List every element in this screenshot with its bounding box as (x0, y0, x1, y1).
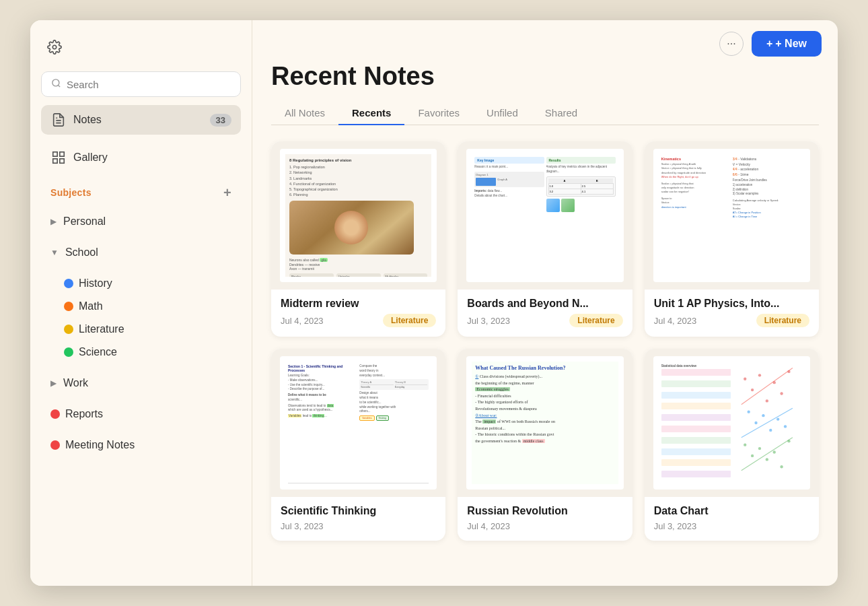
svg-point-26 (773, 450, 776, 453)
note-date-physics: Jul 4, 2023 (654, 316, 697, 326)
more-icon: ··· (727, 38, 735, 50)
history-dot (64, 279, 73, 288)
note-title-boards: Boards and Beyond N... (467, 298, 622, 310)
svg-point-17 (755, 422, 758, 424)
add-subject-button[interactable]: + (223, 186, 231, 199)
svg-rect-5 (53, 152, 57, 156)
svg-point-0 (52, 45, 57, 49)
subjects-label: Subjects (50, 187, 92, 198)
sidebar: Notes 33 Gallery Subjects + ▶ Personal (30, 20, 252, 586)
sidebar-header (41, 34, 241, 63)
personal-label: Personal (63, 215, 106, 228)
search-input[interactable] (67, 79, 231, 90)
note-card-scientific[interactable]: Section 1 - Scientific Thinking and Proc… (271, 349, 445, 541)
search-icon (51, 78, 61, 90)
svg-point-24 (758, 447, 761, 450)
note-thumbnail-scientific: Section 1 - Scientific Thinking and Proc… (271, 349, 445, 497)
svg-point-27 (781, 465, 783, 468)
svg-point-9 (744, 378, 746, 380)
sidebar-item-school[interactable]: ▼ School (41, 241, 241, 264)
topbar: ··· + + New (252, 20, 838, 62)
note-info-midterm: Midterm review Jul 4, 2023 Literature (271, 290, 445, 337)
subjects-header: Subjects + (41, 180, 241, 202)
note-title-chart: Data Chart (654, 505, 809, 517)
gallery-icon (50, 149, 67, 166)
note-card-physics[interactable]: Kinematics Scalar = physical thing A wit… (645, 141, 819, 337)
note-date-boards: Jul 3, 2023 (467, 316, 510, 326)
sidebar-item-personal[interactable]: ▶ Personal (41, 210, 241, 233)
note-thumbnail-russian: What Caused The Russian Revolution? ① Cl… (458, 349, 632, 497)
sidebar-item-science[interactable]: Science (55, 341, 241, 364)
note-tag-physics: Literature (756, 314, 809, 327)
note-card-boards-beyond[interactable]: Key Image Reason: it a main point... Dia… (458, 141, 632, 337)
sidebar-item-work[interactable]: ▶ Work (41, 372, 241, 395)
chevron-right-icon: ▶ (50, 217, 57, 226)
note-title-physics: Unit 1 AP Physics, Into... (654, 298, 809, 310)
note-card-midterm-review[interactable]: 8 Regulating principles of vision 1. Pop… (271, 141, 445, 337)
svg-rect-6 (60, 152, 64, 156)
tab-unfiled[interactable]: Unfiled (473, 102, 532, 125)
svg-point-16 (748, 411, 750, 413)
svg-point-23 (751, 454, 754, 457)
meeting-notes-dot (50, 440, 60, 450)
sidebar-item-gallery[interactable]: Gallery (41, 143, 241, 172)
chevron-down-icon: ▼ (50, 248, 59, 257)
reports-label: Reports (65, 408, 103, 420)
sidebar-item-notes[interactable]: Notes 33 (41, 105, 241, 135)
note-meta-scientific: Jul 3, 2023 (281, 521, 436, 531)
school-label: School (65, 246, 98, 259)
note-meta: Jul 4, 2023 Literature (281, 314, 436, 327)
sidebar-item-meeting-notes[interactable]: Meeting Notes (41, 434, 241, 457)
svg-rect-8 (53, 159, 57, 163)
new-note-button[interactable]: + + New (752, 31, 822, 57)
svg-point-19 (769, 429, 772, 432)
gear-icon[interactable] (44, 36, 65, 58)
note-card-russian-revolution[interactable]: What Caused The Russian Revolution? ① Cl… (458, 349, 632, 541)
science-label: Science (79, 346, 117, 358)
tab-shared[interactable]: Shared (532, 102, 591, 125)
note-date: Jul 4, 2023 (281, 316, 324, 326)
note-card-chart[interactable]: Statistical data overview (645, 349, 819, 541)
sidebar-item-reports[interactable]: Reports (41, 403, 241, 426)
note-date-scientific: Jul 3, 2023 (281, 521, 324, 531)
reports-dot (50, 409, 60, 419)
tab-recents[interactable]: Recents (338, 102, 404, 125)
svg-point-20 (776, 417, 779, 420)
note-info-boards: Boards and Beyond N... Jul 3, 2023 Liter… (458, 290, 632, 337)
note-title-russian: Russian Revolution (467, 505, 622, 517)
note-meta-russian: Jul 4, 2023 (467, 521, 622, 531)
sidebar-item-literature[interactable]: Literature (55, 318, 241, 341)
svg-line-31 (742, 438, 793, 471)
tab-favorites[interactable]: Favorites (404, 102, 473, 125)
science-dot (64, 347, 73, 357)
note-thumbnail-physics: Kinematics Scalar = physical thing A wit… (645, 141, 819, 290)
note-info-physics: Unit 1 AP Physics, Into... Jul 4, 2023 L… (645, 290, 819, 337)
note-thumbnail-boards: Key Image Reason: it a main point... Dia… (458, 141, 632, 290)
note-meta-physics: Jul 4, 2023 Literature (654, 314, 809, 327)
math-label: Math (79, 300, 103, 312)
notes-icon (50, 112, 67, 128)
plus-icon: + (766, 38, 772, 50)
svg-point-1 (52, 79, 59, 86)
note-meta-chart: Jul 3, 2023 (654, 521, 809, 531)
note-date-russian: Jul 4, 2023 (467, 521, 510, 531)
math-dot (64, 302, 73, 311)
note-meta-boards: Jul 3, 2023 Literature (467, 314, 622, 327)
search-bar[interactable] (41, 71, 241, 97)
more-options-button[interactable]: ··· (719, 32, 744, 56)
meeting-notes-label: Meeting Notes (65, 439, 135, 451)
page-title: Recent Notes (271, 62, 819, 91)
note-tag-boards: Literature (569, 314, 622, 327)
notes-label: Notes (73, 114, 102, 126)
svg-point-25 (766, 458, 768, 461)
svg-rect-7 (60, 159, 64, 163)
sidebar-item-math[interactable]: Math (55, 295, 241, 318)
note-info-russian: Russian Revolution Jul 4, 2023 (458, 497, 632, 541)
literature-label: Literature (79, 323, 124, 335)
school-sub-items: History Math Literature Science (41, 272, 241, 364)
sidebar-item-history[interactable]: History (55, 272, 241, 295)
tab-all-notes[interactable]: All Notes (271, 102, 338, 125)
tabs-bar: All Notes Recents Favorites Unfiled Shar… (271, 102, 819, 125)
svg-point-10 (751, 389, 754, 391)
note-title-scientific: Scientific Thinking (281, 505, 436, 517)
